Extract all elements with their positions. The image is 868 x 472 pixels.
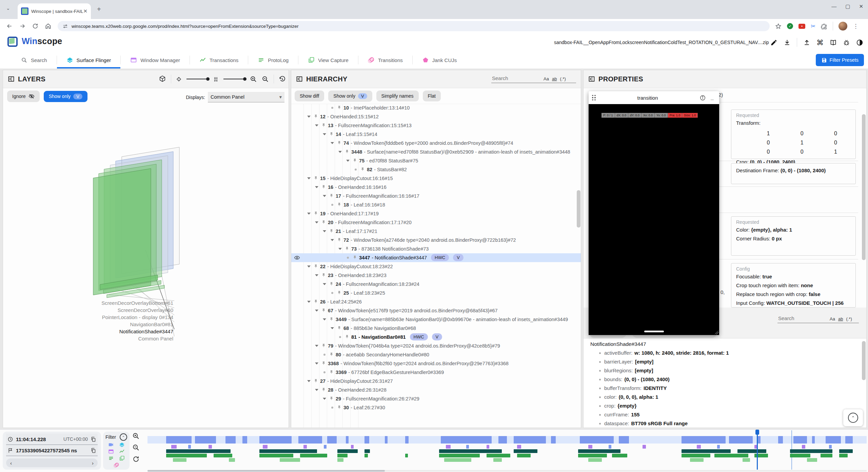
- pin-icon[interactable]: [321, 343, 326, 348]
- pin-icon[interactable]: [329, 194, 334, 198]
- next-frame-icon[interactable]: ›: [92, 460, 94, 466]
- pin-icon[interactable]: [337, 291, 341, 295]
- tab-close-icon[interactable]: ✕: [83, 8, 87, 14]
- regex-option[interactable]: (.*): [560, 76, 566, 81]
- tab-jank-cujs[interactable]: Jank CUJs: [413, 52, 467, 68]
- expand-arrow-icon[interactable]: [338, 151, 342, 153]
- expand-arrow-icon[interactable]: [307, 116, 311, 118]
- zoom-in-icon[interactable]: [250, 76, 257, 83]
- expand-arrow-icon[interactable]: [331, 327, 334, 329]
- proto-property-row[interactable]: crop: {empty}: [584, 401, 866, 410]
- expand-arrow-icon[interactable]: [331, 239, 334, 241]
- pin-icon[interactable]: [321, 123, 326, 127]
- new-tab-button[interactable]: +: [97, 5, 101, 13]
- tree-row[interactable]: 18 - Leaf:16:16#18: [291, 200, 581, 209]
- pin-icon[interactable]: [329, 229, 334, 233]
- timeline-cursor[interactable]: [757, 430, 758, 470]
- expand-arrow-icon[interactable]: [307, 213, 311, 215]
- proto-property-row[interactable]: dataspace: BT709 sRGB Full range: [584, 419, 866, 428]
- resize-handle[interactable]: [714, 330, 718, 334]
- expand-arrow-icon[interactable]: [307, 301, 311, 303]
- tree-row[interactable]: 68 - 885b63e NavigationBar0#68: [291, 324, 581, 333]
- show-only-v-chip[interactable]: Show only V: [44, 91, 87, 102]
- copy-icon[interactable]: [91, 448, 96, 453]
- hscrollbar-thumb[interactable]: [147, 470, 385, 472]
- spacing-slider[interactable]: [223, 79, 245, 79]
- ignore-chip[interactable]: Ignore: [7, 91, 40, 102]
- timeline-hscrollbar[interactable]: [147, 470, 867, 472]
- human-time-row[interactable]: 11:04:14.228 UTC+00:00: [6, 434, 98, 445]
- tree-row[interactable]: 3369 - 67726bf EdgeBackGestureHandler0#3…: [291, 368, 581, 377]
- expand-arrow-icon[interactable]: [323, 195, 326, 197]
- tree-row[interactable]: 3368 - WindowToken{f6b2f60 type=2024 and…: [291, 359, 581, 368]
- proto-property-row[interactable]: color: (0, 0, 0), alpha: 1: [584, 393, 866, 401]
- pin-icon[interactable]: [345, 150, 349, 154]
- tree-row[interactable]: 23 - OneHanded:18:23#23: [291, 271, 581, 280]
- ns-time-row[interactable]: 1715339054227572545 ns: [6, 445, 98, 456]
- pin-icon[interactable]: [314, 176, 318, 180]
- transition-overlay-window[interactable]: transition _ P: 0 / 1dX: 0.0dY: 0.0Xv: 0…: [589, 91, 719, 335]
- pin-icon[interactable]: [329, 396, 334, 401]
- proto-property-row[interactable]: currFrame: 155: [584, 410, 866, 419]
- minimize-overlay-icon[interactable]: _: [711, 95, 714, 101]
- site-settings-icon[interactable]: [62, 23, 68, 29]
- pin-icon[interactable]: [337, 238, 341, 242]
- timeline-zoom-in-icon[interactable]: [132, 432, 140, 440]
- expand-arrow-icon[interactable]: [346, 160, 350, 162]
- upload-trace-icon[interactable]: [803, 39, 810, 46]
- proto-list-scrollbar[interactable]: [862, 341, 866, 380]
- url-bar[interactable]: winscope.teams.x20web.corp.google.com/pr…: [58, 21, 770, 31]
- pin-icon[interactable]: [321, 388, 326, 392]
- scissors-extension-icon[interactable]: ✂: [811, 23, 815, 30]
- pin-icon[interactable]: [345, 335, 349, 339]
- tree-row[interactable]: 3448 - Surface(name=ed70f88 StatusBar)/@…: [291, 148, 581, 156]
- view-capture-filter-icon[interactable]: [119, 455, 125, 461]
- pin-icon[interactable]: [321, 273, 326, 277]
- hierarchy-search-input[interactable]: [491, 75, 544, 81]
- show-only-v-chip[interactable]: Show only V: [328, 91, 372, 102]
- pin-icon[interactable]: [337, 202, 341, 207]
- match-case-option[interactable]: Aa: [830, 316, 835, 321]
- tree-row[interactable]: 67 - WindowToken{e5176f9 type=2019 andro…: [291, 306, 581, 315]
- tree-row[interactable]: 72 - WindowToken{a2746de type=2040 andro…: [291, 236, 581, 244]
- tree-row[interactable]: 17 - FullscreenMagnification:16:16#17: [291, 192, 581, 200]
- download-trace-icon[interactable]: [784, 39, 791, 46]
- tab-search-chevron-icon[interactable]: ⌄: [6, 5, 10, 11]
- tree-row[interactable]: 14 - Leaf:15:15#14: [291, 130, 581, 139]
- flat-chip[interactable]: Flat: [423, 91, 441, 101]
- extensions-puzzle-icon[interactable]: [821, 23, 827, 29]
- whole-word-option[interactable]: ab: [552, 76, 557, 81]
- layer-label[interactable]: NotificationShade#3447: [54, 328, 173, 335]
- pin-icon[interactable]: [314, 379, 318, 383]
- expand-arrow-icon[interactable]: [323, 133, 326, 135]
- tree-row[interactable]: 26 - Leaf:24:25#26: [291, 297, 581, 306]
- copy-icon[interactable]: [91, 436, 96, 442]
- screen-recording-frame[interactable]: P: 0 / 1dX: 0.0dY: 0.0Xv: 0.0Yv: 0.0Pra:…: [589, 104, 719, 335]
- hierarchy-scrollbar[interactable]: [577, 190, 580, 228]
- expand-arrow-icon[interactable]: [323, 283, 326, 285]
- browser-tab[interactable]: Winscope | sandbox-FAIL ✕: [18, 3, 91, 19]
- match-case-option[interactable]: Aa: [544, 76, 549, 81]
- visibility-eye-icon[interactable]: [294, 255, 300, 261]
- pin-icon[interactable]: [337, 405, 341, 410]
- pin-icon[interactable]: [321, 361, 326, 366]
- hierarchy-search[interactable]: Aa ab (.*): [491, 75, 576, 83]
- layers-3d-canvas[interactable]: ScreenDecorOverlayBottom#61 ScreenDecorO…: [3, 104, 289, 428]
- forward-icon[interactable]: [19, 23, 26, 29]
- tree-row[interactable]: 25 - Leaf:18:23#25: [291, 289, 581, 297]
- tree-row[interactable]: 10 - ImePlaceholder:13:14#10: [291, 103, 581, 112]
- proto-property-row[interactable]: activeBuffer: w: 1080, h: 2400, stride: …: [584, 349, 866, 357]
- pin-icon[interactable]: [360, 167, 365, 172]
- tree-row[interactable]: 75 - ed70f88 StatusBar#75: [291, 156, 581, 165]
- tree-row[interactable]: 3449 - Surface(name=885b63e NavigationBa…: [291, 315, 581, 324]
- pin-icon[interactable]: [314, 211, 318, 216]
- layer-label[interactable]: PointerLocation - display 0#134: [54, 314, 173, 321]
- layer-label[interactable]: NavigationBar0#81: [54, 321, 173, 328]
- expand-arrow-icon[interactable]: [315, 124, 318, 126]
- tab-window-manager[interactable]: Window Manager: [121, 52, 190, 68]
- pin-icon[interactable]: [329, 282, 334, 286]
- pin-icon[interactable]: [314, 114, 318, 119]
- properties-search-input[interactable]: [777, 315, 830, 321]
- tree-row[interactable]: 80 - ace6abb SecondaryHomeHandle0#80: [291, 350, 581, 359]
- documentation-icon[interactable]: [830, 39, 837, 46]
